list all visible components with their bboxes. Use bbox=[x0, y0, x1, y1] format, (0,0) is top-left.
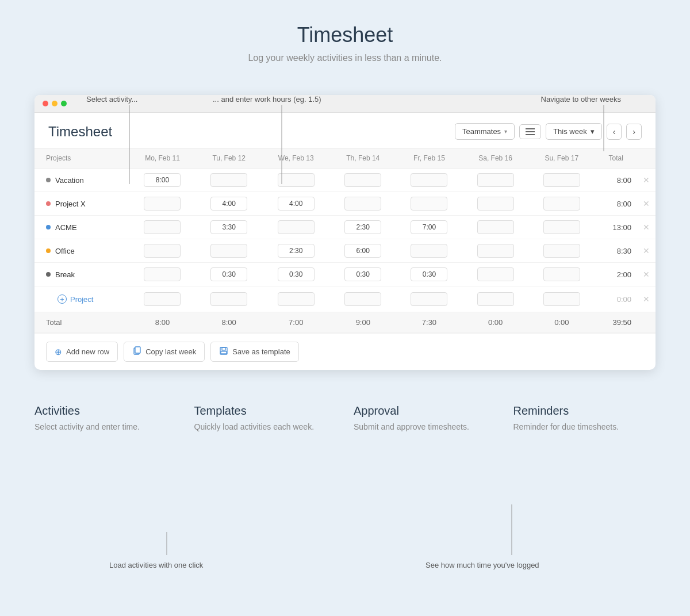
time-input-fri-0[interactable] bbox=[411, 173, 447, 187]
table-row: Break 2:00 ✕ bbox=[34, 263, 656, 286]
time-input-fri-4[interactable] bbox=[411, 267, 447, 281]
total-fri: 7:30 bbox=[396, 312, 462, 333]
page-subtitle: Log your weekly activities in less than … bbox=[34, 53, 656, 63]
total-thu: 9:00 bbox=[330, 312, 396, 333]
add-sun-input[interactable] bbox=[543, 292, 580, 306]
col-header-wed: We, Feb 13 bbox=[262, 148, 330, 169]
cell-thu-2 bbox=[330, 216, 396, 239]
cell-thu-1 bbox=[330, 192, 396, 216]
time-input-mon-2[interactable] bbox=[144, 220, 181, 234]
time-input-fri-1[interactable] bbox=[411, 197, 447, 211]
time-input-sat-2[interactable] bbox=[477, 220, 514, 234]
time-input-tue-2[interactable] bbox=[210, 220, 247, 234]
total-cell-1: 8:00 bbox=[595, 192, 637, 216]
time-input-sun-1[interactable] bbox=[543, 197, 580, 211]
feature-desc-2: Submit and approve timesheets. bbox=[354, 422, 496, 431]
delete-row-button-2[interactable]: ✕ bbox=[641, 221, 652, 233]
add-sat-input[interactable] bbox=[477, 292, 514, 306]
time-input-thu-2[interactable] bbox=[344, 220, 381, 234]
table-row: Office 8:30 ✕ bbox=[34, 239, 656, 263]
project-name: Break bbox=[46, 270, 125, 279]
time-input-wed-1[interactable] bbox=[278, 197, 315, 211]
add-wed-input[interactable] bbox=[278, 292, 315, 306]
time-input-tue-3[interactable] bbox=[210, 244, 247, 258]
time-input-sat-1[interactable] bbox=[477, 197, 514, 211]
time-input-thu-3[interactable] bbox=[344, 244, 381, 258]
annotation-see-time-logged: See how much time you've logged bbox=[425, 561, 539, 569]
this-week-button[interactable]: This week ▾ bbox=[546, 123, 602, 140]
time-input-wed-0[interactable] bbox=[278, 173, 315, 187]
feature-title-0: Activities bbox=[34, 404, 177, 418]
time-input-sun-0[interactable] bbox=[543, 173, 580, 187]
add-thu-input[interactable] bbox=[344, 292, 381, 306]
next-week-button[interactable]: › bbox=[626, 124, 642, 140]
col-header-sun: Su, Feb 17 bbox=[528, 148, 595, 169]
col-header-sat: Sa, Feb 16 bbox=[462, 148, 528, 169]
time-input-thu-4[interactable] bbox=[344, 267, 381, 281]
cell-sat-3 bbox=[462, 239, 528, 263]
chevron-down-icon: ▾ bbox=[504, 128, 507, 135]
feature-item-2: Approval Submit and approve timesheets. bbox=[354, 404, 496, 431]
project-dot bbox=[46, 225, 51, 229]
delete-row-button-4[interactable]: ✕ bbox=[641, 269, 652, 280]
time-input-sat-4[interactable] bbox=[477, 267, 514, 281]
time-input-sat-0[interactable] bbox=[477, 173, 514, 187]
time-input-sun-2[interactable] bbox=[543, 220, 580, 234]
time-input-mon-0[interactable] bbox=[144, 173, 181, 187]
save-as-template-button[interactable]: Save as template bbox=[210, 342, 298, 362]
add-project-link[interactable]: + Project bbox=[46, 294, 125, 304]
svg-rect-9 bbox=[135, 347, 140, 353]
time-input-tue-0[interactable] bbox=[210, 173, 247, 187]
time-input-fri-2[interactable] bbox=[411, 220, 447, 234]
grand-total: 39:50 bbox=[595, 312, 637, 333]
cell-sun-1 bbox=[528, 192, 595, 216]
project-label: Vacation bbox=[55, 176, 84, 185]
add-fri-input[interactable] bbox=[411, 292, 447, 306]
delete-row-button-1[interactable]: ✕ bbox=[641, 198, 652, 209]
add-total-cell: 0:00 bbox=[595, 286, 637, 312]
delete-cell-1: ✕ bbox=[637, 192, 656, 216]
col-header-thu: Th, Feb 14 bbox=[330, 148, 396, 169]
total-cell-3: 8:30 bbox=[595, 239, 637, 263]
delete-add-row-button[interactable]: ✕ bbox=[641, 293, 652, 305]
time-input-tue-4[interactable] bbox=[210, 267, 247, 281]
copy-last-week-button[interactable]: Copy last week bbox=[124, 342, 205, 362]
app-header: Timesheet Teammates ▾ This week ▾ ‹ › bbox=[34, 113, 656, 148]
cell-wed-0 bbox=[262, 169, 330, 192]
time-input-mon-4[interactable] bbox=[144, 267, 181, 281]
total-tue: 8:00 bbox=[196, 312, 262, 333]
time-input-wed-2[interactable] bbox=[278, 220, 315, 234]
add-project-icon: + bbox=[57, 294, 67, 304]
prev-week-button[interactable]: ‹ bbox=[607, 124, 622, 140]
cell-tue-1 bbox=[196, 192, 262, 216]
add-tue-input[interactable] bbox=[210, 292, 247, 306]
project-name: Office bbox=[46, 247, 125, 255]
time-input-thu-0[interactable] bbox=[344, 173, 381, 187]
time-input-thu-1[interactable] bbox=[344, 197, 381, 211]
time-input-mon-1[interactable] bbox=[144, 197, 181, 211]
cell-thu-4 bbox=[330, 263, 396, 286]
time-input-wed-3[interactable] bbox=[278, 244, 315, 258]
time-input-sun-3[interactable] bbox=[543, 244, 580, 258]
teammates-button[interactable]: Teammates ▾ bbox=[455, 123, 515, 140]
time-input-mon-3[interactable] bbox=[144, 244, 181, 258]
time-input-wed-4[interactable] bbox=[278, 267, 315, 281]
project-name: ACME bbox=[46, 223, 125, 232]
add-mon-input[interactable] bbox=[144, 292, 181, 306]
add-new-row-button[interactable]: ⊕ Add new row bbox=[46, 342, 118, 362]
delete-row-button-3[interactable]: ✕ bbox=[641, 245, 652, 257]
project-name: Vacation bbox=[46, 176, 125, 185]
time-input-sat-3[interactable] bbox=[477, 244, 514, 258]
time-input-fri-3[interactable] bbox=[411, 244, 447, 258]
total-cell-4: 2:00 bbox=[595, 263, 637, 286]
cell-thu-0 bbox=[330, 169, 396, 192]
time-input-sun-4[interactable] bbox=[543, 267, 580, 281]
cell-wed-3 bbox=[262, 239, 330, 263]
cell-fri-0 bbox=[396, 169, 462, 192]
project-dot bbox=[46, 178, 51, 182]
time-input-tue-1[interactable] bbox=[210, 197, 247, 211]
save-icon bbox=[219, 346, 228, 357]
cell-tue-2 bbox=[196, 216, 262, 239]
delete-row-button-0[interactable]: ✕ bbox=[641, 174, 652, 186]
list-view-button[interactable] bbox=[519, 124, 541, 139]
